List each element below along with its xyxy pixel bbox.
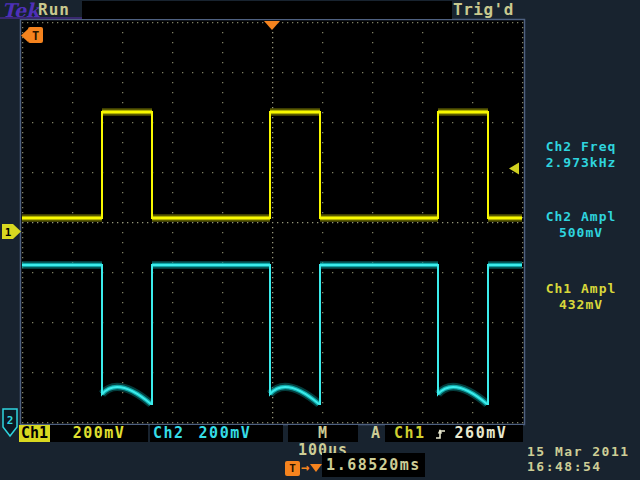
- rising-edge-icon: [435, 427, 446, 441]
- ch1-ground-marker: 1: [2, 224, 21, 239]
- measurement-label: Ch2 Freq: [524, 139, 638, 155]
- delay-arrow-icon: →: [301, 459, 309, 475]
- oscilloscope-screen: { "header": { "logo": "Tek", "acq_status…: [0, 0, 640, 480]
- timebase-readout: M 100µs: [288, 425, 358, 442]
- measurement-ch2-ampl: Ch2 Ampl 500mV: [524, 209, 638, 241]
- measurement-label: Ch1 Ampl: [524, 281, 638, 297]
- ch2-scale-readout: 200mV: [199, 424, 252, 442]
- trigger-status: Trig'd: [453, 0, 514, 19]
- trigger-settings-readout: Ch1 260mV: [385, 425, 523, 442]
- acquisition-status: Run: [38, 0, 70, 19]
- measurement-value: 2.973kHz: [524, 155, 638, 171]
- datetime-readout: 15 Mar 2011 16:48:54: [527, 444, 630, 474]
- trigger-level-readout: 260mV: [455, 425, 508, 442]
- ch2-channel-label: Ch2: [153, 424, 185, 442]
- measurement-value: 500mV: [524, 225, 638, 241]
- delay-t-icon: T: [285, 461, 300, 476]
- ch1-marker-label: 1: [5, 226, 12, 239]
- trigger-mode-label: A: [371, 425, 380, 442]
- measurement-label: Ch2 Ampl: [524, 209, 638, 225]
- measurement-value: 432mV: [524, 297, 638, 313]
- ch2-scale-group: Ch2200mV: [150, 425, 283, 442]
- date-readout: 15 Mar 2011: [527, 444, 630, 459]
- header-record-strip: [82, 1, 452, 19]
- measurement-ch1-ampl: Ch1 Ampl 432mV: [524, 281, 638, 313]
- ch2-marker-label: 2: [7, 414, 14, 427]
- delay-time-readout: 1.68520ms: [322, 453, 425, 477]
- ch1-scale-readout: 200mV: [50, 425, 148, 442]
- measurement-ch2-freq: Ch2 Freq 2.973kHz: [524, 139, 638, 171]
- ch2-ground-marker: 2: [3, 409, 17, 436]
- ch1-channel-badge: Ch1: [19, 425, 50, 442]
- trigger-source: Ch1: [394, 425, 426, 442]
- time-readout: 16:48:54: [527, 459, 630, 474]
- timebase-label: M: [318, 424, 328, 442]
- trigger-flag-label: T: [32, 29, 39, 43]
- delay-triangle-icon: [310, 464, 322, 472]
